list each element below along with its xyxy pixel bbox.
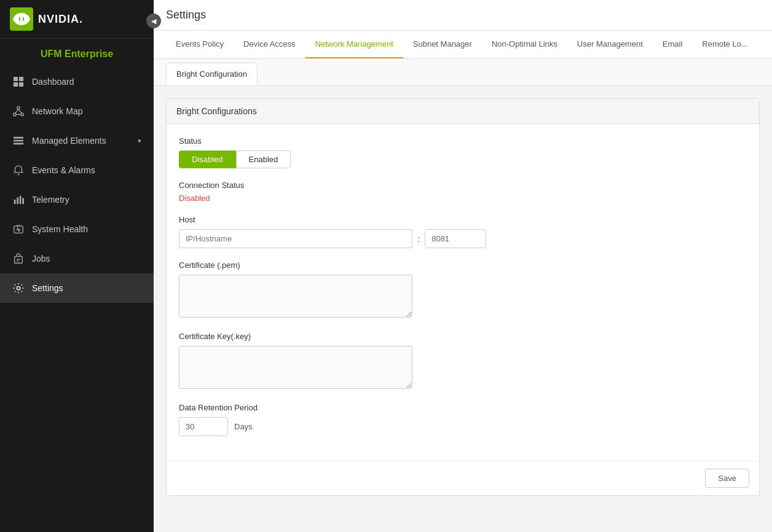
nvidia-logo: NVIDIA.	[10, 7, 83, 31]
tab-device-access[interactable]: Device Access	[234, 31, 305, 58]
tab-non-optimal-links[interactable]: Non-Optimal Links	[482, 31, 567, 58]
data-retention-section: Data Retention Period Days	[179, 403, 747, 436]
svg-rect-11	[14, 140, 23, 142]
host-section: Host :	[179, 215, 747, 248]
status-toggle-group: Disabled Enabled	[179, 151, 747, 168]
host-input[interactable]	[179, 229, 412, 248]
sidebar: NVIDIA. ◀ UFM Enterprise Dashboard	[0, 0, 154, 532]
enabled-toggle-button[interactable]: Enabled	[236, 151, 291, 168]
tab-network-management[interactable]: Network Management	[305, 31, 403, 58]
connection-status-label: Connection Status	[179, 181, 747, 190]
network-map-icon	[12, 105, 25, 117]
tab-email[interactable]: Email	[653, 31, 693, 58]
connection-status-value: Disabled	[179, 194, 747, 203]
sidebar-item-label: Jobs	[32, 254, 50, 264]
sub-tabs-row: Bright Configuration	[154, 59, 772, 86]
certificate-key-textarea[interactable]	[179, 346, 412, 389]
content-area: Bright Configurations Status Disabled En…	[154, 86, 772, 532]
svg-rect-20	[15, 256, 23, 263]
svg-rect-2	[14, 82, 18, 87]
sidebar-item-label: Settings	[32, 283, 63, 293]
card-title: Bright Configurations	[167, 99, 759, 124]
svg-rect-3	[19, 82, 23, 87]
svg-rect-16	[22, 198, 24, 204]
sidebar-item-label: Network Map	[32, 106, 82, 116]
colon-separator: :	[417, 233, 420, 244]
sidebar-item-label: Managed Elements	[32, 136, 106, 146]
svg-point-23	[17, 286, 20, 289]
sidebar-header: NVIDIA. ◀	[0, 0, 154, 39]
days-label: Days	[234, 422, 253, 431]
data-retention-row: Days	[179, 417, 747, 436]
host-label: Host	[179, 215, 747, 224]
svg-rect-0	[14, 77, 18, 81]
retention-input[interactable]	[179, 417, 228, 436]
certificate-textarea[interactable]	[179, 275, 412, 318]
tab-subnet-manager[interactable]: Subnet Manager	[403, 31, 482, 58]
svg-point-4	[17, 106, 20, 109]
tab-user-management[interactable]: User Management	[567, 31, 653, 58]
port-input[interactable]	[425, 229, 486, 248]
bright-configurations-card: Bright Configurations Status Disabled En…	[166, 98, 760, 496]
sidebar-item-label: System Health	[32, 224, 88, 234]
status-label: Status	[179, 136, 747, 146]
sidebar-item-label: Telemetry	[32, 195, 69, 205]
svg-rect-12	[14, 143, 23, 145]
certificate-key-label: Certificate Key(.key)	[179, 332, 747, 341]
svg-rect-13	[14, 200, 16, 204]
tab-remote-lo[interactable]: Remote Lo...	[692, 31, 757, 58]
certificate-section: Certificate (.pem)	[179, 260, 747, 319]
managed-elements-icon	[12, 135, 25, 147]
jobs-icon	[12, 252, 25, 265]
disabled-toggle-button[interactable]: Disabled	[179, 151, 236, 168]
svg-line-7	[15, 109, 18, 114]
sidebar-item-system-health[interactable]: System Health	[0, 214, 154, 244]
connection-status-section: Connection Status Disabled	[179, 181, 747, 203]
sub-tab-bright-configuration[interactable]: Bright Configuration	[166, 63, 258, 85]
sidebar-item-managed-elements[interactable]: Managed Elements ▾	[0, 126, 154, 155]
nvidia-wordmark: NVIDIA.	[38, 13, 83, 26]
svg-rect-10	[14, 137, 23, 139]
sidebar-item-network-map[interactable]: Network Map	[0, 96, 154, 126]
svg-rect-1	[19, 77, 23, 81]
settings-icon	[12, 282, 25, 294]
sidebar-item-dashboard[interactable]: Dashboard	[0, 67, 154, 96]
tabs-row: Events Policy Device Access Network Mana…	[154, 31, 772, 59]
health-icon	[12, 223, 25, 235]
save-button[interactable]: Save	[705, 469, 749, 488]
tab-events-policy[interactable]: Events Policy	[166, 31, 234, 58]
sidebar-item-telemetry[interactable]: Telemetry	[0, 185, 154, 214]
svg-rect-14	[17, 197, 18, 204]
top-header: Settings	[154, 0, 772, 31]
sidebar-item-label: Dashboard	[32, 77, 74, 87]
svg-line-8	[18, 109, 22, 114]
certificate-key-section: Certificate Key(.key)	[179, 332, 747, 391]
status-section: Status Disabled Enabled	[179, 136, 747, 168]
main-content: Settings Events Policy Device Access Net…	[154, 0, 772, 532]
chart-icon	[12, 194, 25, 206]
sidebar-item-label: Events & Alarms	[32, 165, 95, 175]
host-row: :	[179, 229, 747, 248]
nvidia-logo-icon	[10, 7, 33, 31]
page-title: Settings	[166, 9, 206, 22]
sidebar-collapse-button[interactable]: ◀	[146, 14, 161, 28]
certificate-label: Certificate (.pem)	[179, 260, 747, 270]
svg-rect-15	[20, 196, 22, 205]
card-footer: Save	[167, 461, 759, 495]
card-body: Status Disabled Enabled Connection Statu…	[167, 124, 759, 461]
dashboard-icon	[12, 76, 25, 88]
bell-icon	[12, 164, 25, 176]
sidebar-item-events-alarms[interactable]: Events & Alarms	[0, 155, 154, 185]
sidebar-item-jobs[interactable]: Jobs	[0, 244, 154, 273]
sidebar-item-settings[interactable]: Settings	[0, 273, 154, 303]
app-title: UFM Enterprise	[0, 39, 154, 67]
chevron-down-icon: ▾	[138, 137, 141, 145]
sidebar-nav: Dashboard Network Map	[0, 67, 154, 303]
data-retention-label: Data Retention Period	[179, 403, 747, 412]
